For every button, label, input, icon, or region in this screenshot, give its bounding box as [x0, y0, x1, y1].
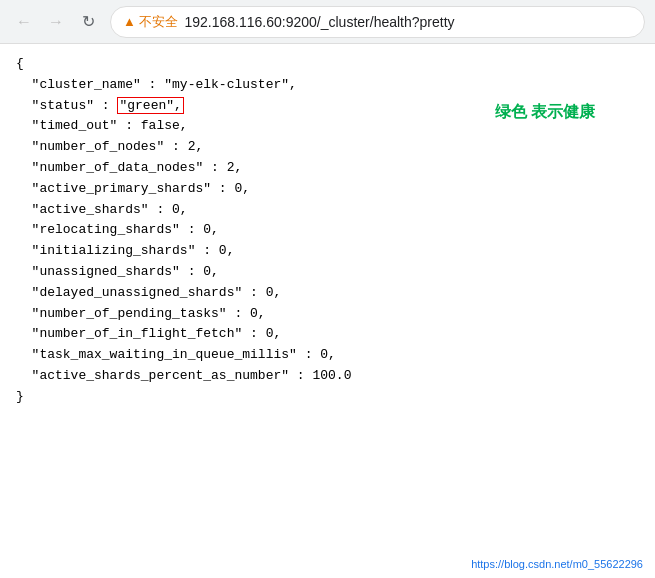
forward-icon: → [48, 13, 64, 31]
reload-icon: ↻ [82, 12, 95, 31]
json-line-data-nodes: "number_of_data_nodes" : 2, [16, 158, 639, 179]
json-line-cluster-name: "cluster_name" : "my-elk-cluster", [16, 75, 639, 96]
json-line-relocating: "relocating_shards" : 0, [16, 220, 639, 241]
content-area: 绿色 表示健康 { "cluster_name" : "my-elk-clust… [0, 44, 655, 418]
watermark: https://blog.csdn.net/m0_55622296 [471, 558, 643, 570]
address-bar-input[interactable] [184, 14, 632, 30]
browser-toolbar: ← → ↻ ▲ 不安全 [0, 0, 655, 44]
back-button[interactable]: ← [10, 8, 38, 36]
nav-buttons: ← → ↻ [10, 8, 102, 36]
browser-body: 绿色 表示健康 { "cluster_name" : "my-elk-clust… [0, 44, 655, 578]
json-line-task-max: "task_max_waiting_in_queue_millis" : 0, [16, 345, 639, 366]
json-line-in-flight: "number_of_in_flight_fetch" : 0, [16, 324, 639, 345]
json-line-nodes: "number_of_nodes" : 2, [16, 137, 639, 158]
json-line-primary-shards: "active_primary_shards" : 0, [16, 179, 639, 200]
security-icon: ▲ 不安全 [123, 13, 178, 31]
address-bar-container[interactable]: ▲ 不安全 [110, 6, 645, 38]
health-annotation: 绿色 表示健康 [495, 99, 595, 125]
json-line-shards-percent: "active_shards_percent_as_number" : 100.… [16, 366, 639, 387]
status-value: "green", [117, 97, 183, 114]
reload-button[interactable]: ↻ [74, 8, 102, 36]
json-line-close: } [16, 387, 639, 408]
json-line-active-shards: "active_shards" : 0, [16, 200, 639, 221]
json-line-delayed: "delayed_unassigned_shards" : 0, [16, 283, 639, 304]
forward-button[interactable]: → [42, 8, 70, 36]
json-line-pending-tasks: "number_of_pending_tasks" : 0, [16, 304, 639, 325]
json-line-unassigned: "unassigned_shards" : 0, [16, 262, 639, 283]
json-line-open: { [16, 54, 639, 75]
back-icon: ← [16, 13, 32, 31]
json-line-initializing: "initializing_shards" : 0, [16, 241, 639, 262]
